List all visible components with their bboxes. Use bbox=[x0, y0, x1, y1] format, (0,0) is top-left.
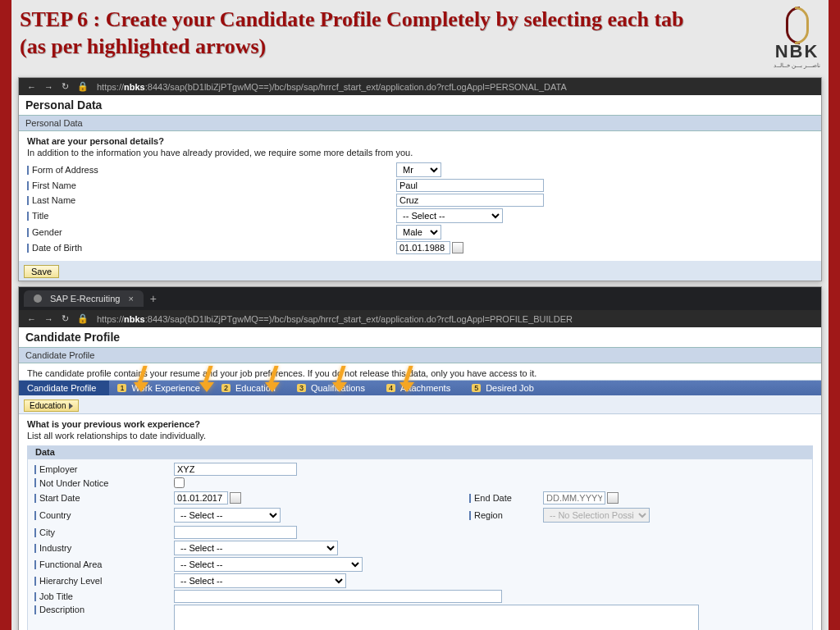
not-under-notice-checkbox[interactable] bbox=[174, 477, 185, 488]
first-name-input[interactable] bbox=[396, 179, 544, 192]
label-first-name: First Name bbox=[32, 180, 76, 190]
data-section-header: Data bbox=[27, 445, 813, 459]
label-title: Title bbox=[32, 211, 48, 221]
label-city: City bbox=[39, 527, 55, 537]
label-last-name: Last Name bbox=[32, 195, 75, 205]
forward-icon[interactable]: → bbox=[44, 82, 53, 92]
tab-education[interactable]: 2Education bbox=[213, 381, 289, 395]
label-employer: Employer bbox=[39, 464, 77, 474]
label-gender: Gender bbox=[32, 227, 62, 237]
back-icon[interactable]: ← bbox=[27, 314, 36, 324]
close-tab-icon[interactable]: × bbox=[128, 294, 133, 304]
breadcrumb: Personal Data bbox=[19, 115, 821, 131]
label-functional-area: Functional Area bbox=[39, 559, 102, 569]
browser-window-personal-data: ← → ↻ 🔒 https://nbks:8443/sap(bD1lbiZjPT… bbox=[18, 77, 822, 281]
label-job-title: Job Title bbox=[39, 591, 73, 601]
tab-favicon-icon bbox=[34, 294, 42, 303]
question-heading: What are your personal details? bbox=[27, 136, 813, 146]
label-hierarchy-level: Hierarchy Level bbox=[39, 576, 102, 586]
hierarchy-level-select[interactable]: -- Select -- bbox=[174, 573, 346, 588]
page-title-candidate-profile: Candidate Profile bbox=[19, 327, 821, 347]
logo-subtext: ناصـــر بـــن خــالــد bbox=[774, 62, 820, 69]
address-url[interactable]: https://nbks:8443/sap(bD1lbiZjPTgwMQ==)/… bbox=[97, 314, 813, 324]
intro-text: The candidate profile contains your resu… bbox=[27, 368, 813, 378]
label-country: Country bbox=[39, 510, 71, 520]
tab-desired-job[interactable]: 5Desired Job bbox=[463, 381, 547, 395]
tab-attachments[interactable]: 4Attachments bbox=[378, 381, 463, 395]
breadcrumb: Candidate Profile bbox=[19, 347, 821, 363]
calendar-icon[interactable] bbox=[607, 492, 619, 504]
browser-window-candidate-profile: SAP E-Recruiting × + ← → ↻ 🔒 https://nbk… bbox=[18, 286, 822, 630]
tab-label: SAP E-Recruiting bbox=[50, 294, 120, 304]
question-sub: In addition to the information you have … bbox=[27, 148, 813, 158]
city-input[interactable] bbox=[174, 526, 297, 539]
calendar-icon[interactable] bbox=[230, 492, 241, 504]
lock-icon: 🔒 bbox=[77, 81, 89, 92]
tab-work-experience[interactable]: 1Work Experience bbox=[109, 381, 213, 395]
forward-icon[interactable]: → bbox=[44, 314, 53, 324]
country-select[interactable]: -- Select -- bbox=[174, 508, 281, 523]
functional-area-select[interactable]: -- Select -- bbox=[174, 557, 363, 572]
label-description: Description bbox=[39, 605, 84, 614]
chevron-right-icon bbox=[69, 403, 73, 409]
last-name-input[interactable] bbox=[396, 194, 544, 207]
reload-icon[interactable]: ↻ bbox=[62, 313, 69, 324]
work-sub: List all work relationships to date indi… bbox=[27, 431, 813, 441]
label-end-date: End Date bbox=[474, 493, 512, 503]
label-region: Region bbox=[474, 510, 503, 520]
title-select[interactable]: -- Select -- bbox=[396, 208, 503, 223]
end-date-input[interactable] bbox=[543, 491, 605, 504]
region-select: -- No Selection Possible -- bbox=[543, 508, 650, 523]
work-heading: What is your previous work experience? bbox=[27, 419, 813, 429]
back-icon[interactable]: ← bbox=[27, 82, 36, 92]
logo-text: NBK bbox=[774, 41, 820, 62]
wizard-tabs: Candidate Profile 1Work Experience 2Educ… bbox=[19, 381, 821, 395]
calendar-icon[interactable] bbox=[452, 242, 463, 253]
gender-select[interactable]: Male bbox=[396, 225, 441, 240]
flame-icon bbox=[781, 7, 814, 39]
job-title-input[interactable] bbox=[174, 590, 502, 603]
start-date-input[interactable] bbox=[174, 491, 228, 504]
page-title-personal-data: Personal Data bbox=[19, 95, 821, 115]
label-not-under-notice: Not Under Notice bbox=[39, 478, 108, 488]
sub-chip-education[interactable]: Education bbox=[24, 399, 79, 412]
label-form-of-address: Form of Address bbox=[32, 165, 98, 175]
industry-select[interactable]: -- Select -- bbox=[174, 541, 338, 555]
address-url[interactable]: https://nbks:8443/sap(bD1lbiZjPTgwMQ==)/… bbox=[97, 82, 813, 92]
new-tab-icon[interactable]: + bbox=[150, 292, 157, 305]
dob-input[interactable] bbox=[396, 241, 450, 254]
label-dob: Date of Birth bbox=[32, 243, 82, 253]
browser-tab[interactable]: SAP E-Recruiting × bbox=[24, 290, 144, 307]
label-industry: Industry bbox=[39, 543, 71, 553]
employer-input[interactable] bbox=[174, 463, 297, 476]
tab-candidate-profile[interactable]: Candidate Profile bbox=[19, 381, 109, 395]
label-start-date: Start Date bbox=[39, 493, 80, 503]
nbk-logo: NBK ناصـــر بـــن خــالــد bbox=[774, 7, 820, 69]
lock-icon: 🔒 bbox=[77, 313, 89, 324]
description-textarea[interactable] bbox=[174, 605, 699, 630]
form-of-address-select[interactable]: Mr bbox=[396, 162, 441, 177]
save-button[interactable]: Save bbox=[24, 265, 59, 278]
reload-icon[interactable]: ↻ bbox=[62, 81, 69, 92]
tab-qualifications[interactable]: 3Qualifications bbox=[289, 381, 378, 395]
slide-title: STEP 6 : Create your Candidate Profile C… bbox=[20, 7, 692, 60]
